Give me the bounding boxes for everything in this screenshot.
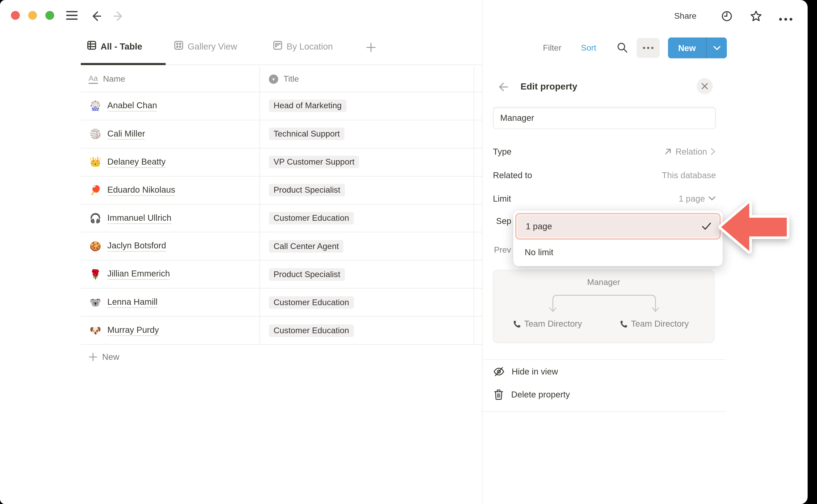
person-name[interactable]: Anabel Chan — [107, 101, 157, 111]
add-view-plus-icon[interactable] — [366, 42, 376, 55]
view-options-button[interactable] — [637, 38, 660, 58]
person-name[interactable]: Delaney Beatty — [107, 157, 165, 167]
table-row[interactable]: 🏐 Cali Miller Technical Support — [81, 120, 482, 148]
phone-icon — [619, 319, 627, 328]
table-body: 🎡 Anabel Chan Head of Marketing 🏐 Cali M… — [81, 92, 482, 345]
page-emoji-icon: 🎡 — [88, 100, 102, 112]
action-label: Hide in view — [512, 366, 558, 376]
title-cell[interactable]: Head of Marketing — [260, 92, 474, 120]
table-row[interactable]: 🍪 Jaclyn Botsford Call Center Agent — [81, 232, 482, 261]
person-name[interactable]: Eduardo Nikolaus — [107, 185, 175, 195]
page-emoji-icon: 👑 — [88, 156, 102, 168]
table-header-row: Aa Name ▼ Title — [81, 67, 482, 92]
title-tag: VP Customer Support — [269, 156, 359, 168]
updates-clock-icon[interactable] — [721, 10, 733, 25]
name-cell[interactable]: 🎧 Immanuel Ullrich — [81, 204, 260, 232]
table-row[interactable]: 🌹 Jillian Emmerich Product Specialist — [81, 261, 482, 289]
sort-button[interactable]: Sort — [581, 43, 596, 53]
name-cell[interactable]: 🏓 Eduardo Nikolaus — [81, 176, 260, 204]
table-row[interactable]: 👑 Delaney Beatty VP Customer Support — [81, 148, 482, 176]
favorite-star-icon[interactable] — [749, 9, 763, 25]
column-header-name[interactable]: Aa Name — [81, 67, 260, 92]
person-name[interactable]: Murray Purdy — [107, 325, 159, 336]
person-name[interactable]: Immanuel Ullrich — [107, 213, 171, 224]
search-icon[interactable] — [616, 42, 628, 56]
tab-label: By Location — [286, 41, 333, 52]
minimize-window-button[interactable] — [28, 11, 37, 20]
relation-connector-arrows — [546, 292, 663, 314]
title-tag: Product Specialist — [269, 268, 345, 281]
page-emoji-icon: 🏓 — [88, 184, 102, 196]
name-cell[interactable]: 🏐 Cali Miller — [81, 120, 260, 148]
nav-back-icon[interactable] — [91, 10, 103, 24]
property-name-value: Manager — [500, 113, 534, 123]
tab-by-location[interactable]: By Location — [273, 41, 333, 53]
table-view-icon — [87, 41, 96, 53]
column-header-title[interactable]: ▼ Title — [260, 67, 474, 92]
share-button[interactable]: Share — [674, 11, 697, 21]
panel-back-icon[interactable] — [498, 81, 509, 95]
title-cell[interactable]: VP Customer Support — [260, 148, 474, 176]
column-label: Title — [283, 74, 299, 84]
title-cell[interactable]: Customer Education — [260, 317, 474, 344]
new-row-button[interactable]: New — [81, 345, 482, 369]
more-options-icon[interactable] — [779, 14, 793, 23]
table-row[interactable]: 🐨 Lenna Hamill Customer Education — [81, 289, 482, 317]
title-tag: Call Center Agent — [269, 240, 343, 253]
sidebar-menu-icon[interactable] — [66, 11, 78, 23]
option-label: 1 page — [526, 221, 552, 231]
table-row[interactable]: 🎡 Anabel Chan Head of Marketing — [81, 92, 482, 120]
table-row[interactable]: 🐶 Murray Purdy Customer Education — [81, 317, 482, 345]
new-row-label: New — [102, 352, 119, 362]
column-label: Name — [103, 74, 125, 84]
title-cell[interactable]: Product Specialist — [260, 176, 474, 204]
name-cell[interactable]: 👑 Delaney Beatty — [81, 148, 260, 176]
table-row[interactable]: 🏓 Eduardo Nikolaus Product Specialist — [81, 176, 482, 204]
hide-in-view-button[interactable]: Hide in view — [493, 360, 717, 383]
row-value: Relation — [676, 147, 707, 157]
title-cell[interactable]: Customer Education — [260, 204, 474, 232]
close-window-button[interactable] — [11, 11, 20, 20]
new-button[interactable]: New — [668, 37, 706, 58]
name-cell[interactable]: 🌹 Jillian Emmerich — [81, 261, 260, 288]
nav-forward-icon[interactable] — [112, 10, 124, 24]
title-cell[interactable]: Product Specialist — [260, 261, 474, 288]
phone-icon — [512, 319, 521, 328]
tab-all-table[interactable]: All - Table — [87, 41, 142, 53]
person-name[interactable]: Jaclyn Botsford — [107, 241, 166, 252]
checkmark-icon — [702, 222, 711, 230]
title-cell[interactable]: Customer Education — [260, 289, 474, 316]
limit-option-no-limit[interactable]: No limit — [515, 241, 721, 263]
trash-icon — [493, 388, 505, 400]
panel-title: Edit property — [521, 81, 578, 92]
new-dropdown-button[interactable] — [706, 37, 727, 58]
name-cell[interactable]: 🐨 Lenna Hamill — [81, 289, 260, 316]
limit-option-1-page[interactable]: 1 page — [515, 213, 721, 240]
row-label: Limit — [493, 194, 511, 204]
page-emoji-icon: 🐶 — [88, 325, 102, 336]
new-button-group: New — [668, 37, 727, 58]
page-emoji-icon: 🍪 — [88, 241, 102, 252]
person-name[interactable]: Lenna Hamill — [107, 297, 157, 308]
name-cell[interactable]: 🎡 Anabel Chan — [81, 92, 260, 120]
zoom-window-button[interactable] — [45, 11, 54, 20]
relation-preview-card: Manager Team Directory Team Directory — [493, 270, 714, 343]
person-name[interactable]: Cali Miller — [107, 128, 145, 139]
name-cell[interactable]: 🍪 Jaclyn Botsford — [81, 232, 260, 260]
title-cell[interactable]: Technical Support — [260, 120, 474, 148]
delete-property-button[interactable]: Delete property — [493, 383, 717, 406]
property-row-limit[interactable]: Limit 1 page — [493, 187, 716, 210]
filter-button[interactable]: Filter — [543, 43, 562, 53]
name-cell[interactable]: 🐶 Murray Purdy — [81, 317, 260, 344]
property-row-type[interactable]: Type Relation — [493, 140, 716, 163]
preview-page-title: Team Directory — [524, 319, 582, 329]
title-cell[interactable]: Call Center Agent — [260, 232, 474, 260]
title-tag: Product Specialist — [269, 184, 345, 196]
panel-divider — [482, 0, 482, 504]
panel-close-button[interactable] — [697, 78, 713, 94]
person-name[interactable]: Jillian Emmerich — [107, 269, 170, 280]
property-name-input[interactable]: Manager — [493, 107, 716, 129]
table-row[interactable]: 🎧 Immanuel Ullrich Customer Education — [81, 204, 482, 232]
property-row-related[interactable]: Related to This database — [493, 164, 716, 187]
tab-gallery-view[interactable]: Gallery View — [174, 41, 237, 53]
